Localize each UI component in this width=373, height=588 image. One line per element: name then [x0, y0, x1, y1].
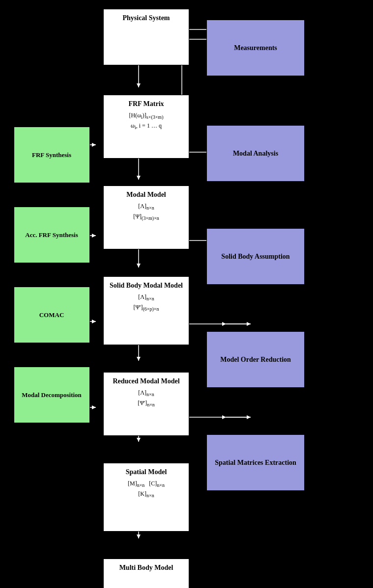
acc-frf-synthesis-label: Acc. FRF Synthesis — [25, 231, 78, 239]
center-column: Physical System FRF Matrix [H(ωi)]s×(3×m… — [98, 5, 194, 588]
comac-box: COMAC — [14, 287, 90, 343]
rmm-line2: [Ψ']n×n — [108, 399, 185, 409]
frf-matrix-title: FRF Matrix — [108, 100, 185, 108]
spatial-model-box: Spatial Model [M]n×n [C]n×n [K]n×n — [103, 463, 189, 532]
modal-model-box: Modal Model [Λ]n×n [Ψ](3×m)×n — [103, 186, 189, 249]
comac-label: COMAC — [39, 311, 64, 319]
spatial-model-title: Spatial Model — [108, 468, 185, 476]
frf-matrix-box: FRF Matrix [H(ωi)]s×(3×m) ωi, i = 1 … q — [103, 95, 189, 159]
spatial-matrices-extraction-box: Spatial Matrices Extraction — [206, 434, 305, 491]
modal-analysis-title: Modal Analysis — [233, 150, 278, 158]
frf-synthesis-label: FRF Synthesis — [32, 151, 71, 159]
modal-model-title: Modal Model — [108, 191, 185, 199]
modal-analysis-box: Modal Analysis — [206, 125, 305, 182]
acc-frf-synthesis-box: Acc. FRF Synthesis — [14, 207, 90, 263]
model-order-reduction-box: Model Order Reduction — [206, 331, 305, 388]
modal-model-line1: [Λ]n×n — [108, 202, 185, 212]
right-column: Measurements Modal Analysis Solid Body A… — [194, 5, 317, 588]
reduced-modal-model-title: Reduced Modal Model — [108, 377, 185, 385]
modal-model-content: [Λ]n×n [Ψ](3×m)×n — [108, 202, 185, 223]
solid-body-assumption-box: Solid Body Assumption — [206, 228, 305, 285]
modal-decomposition-label: Modal Decomposition — [22, 391, 82, 399]
reduced-modal-model-content: [Λ]n×n [Ψ']n×n — [108, 388, 185, 409]
model-order-reduction-title: Model Order Reduction — [220, 356, 291, 364]
frf-matrix-line1: [H(ωi)]s×(3×m) — [108, 111, 185, 121]
sm-line2: [K]n×n — [108, 489, 185, 500]
modal-model-line2: [Ψ](3×m)×n — [108, 212, 185, 222]
physical-system-title: Physical System — [108, 14, 185, 22]
physical-system-box: Physical System — [103, 9, 189, 65]
rmm-line1: [Λ]n×n — [108, 388, 185, 399]
left-column: FRF Synthesis Acc. FRF Synthesis COMAC M… — [5, 5, 98, 588]
diagram-container: FRF Synthesis Acc. FRF Synthesis COMAC M… — [0, 0, 373, 588]
spatial-matrices-extraction-title: Spatial Matrices Extraction — [215, 459, 296, 467]
modal-decomposition-box: Modal Decomposition — [14, 367, 90, 423]
frf-synthesis-box: FRF Synthesis — [14, 127, 90, 183]
solid-body-modal-model-content: [Λ]n×n [Ψ'](6×p)×n — [108, 293, 185, 314]
solid-body-modal-model-box: Solid Body Modal Model [Λ]n×n [Ψ'](6×p)×… — [103, 276, 189, 345]
sbmm-line2: [Ψ'](6×p)×n — [108, 303, 185, 313]
sbmm-line1: [Λ]n×n — [108, 293, 185, 303]
solid-body-modal-model-title: Solid Body Modal Model — [108, 282, 185, 290]
frf-matrix-content: [H(ωi)]s×(3×m) ωi, i = 1 … q — [108, 111, 185, 132]
measurements-title: Measurements — [234, 44, 277, 52]
frf-matrix-line2: ωi, i = 1 … q — [108, 121, 185, 132]
measurements-box: Measurements — [206, 20, 305, 76]
spatial-model-content: [M]n×n [C]n×n [K]n×n — [108, 479, 185, 500]
solid-body-assumption-title: Solid Body Assumption — [221, 253, 289, 261]
multi-body-model-box: Multi Body Model — [103, 559, 189, 588]
multi-body-model-title: Multi Body Model — [108, 564, 185, 572]
sm-line1: [M]n×n [C]n×n — [108, 479, 185, 489]
reduced-modal-model-box: Reduced Modal Model [Λ]n×n [Ψ']n×n — [103, 372, 189, 436]
